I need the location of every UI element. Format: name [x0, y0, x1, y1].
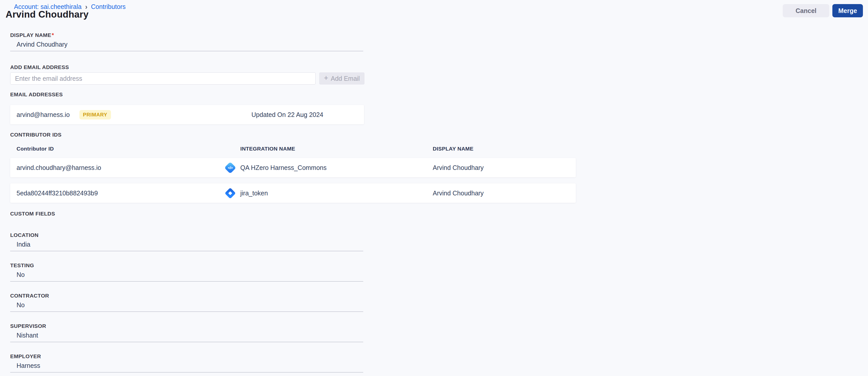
display-name-input[interactable] [10, 40, 363, 51]
location-label: LOCATION [10, 232, 858, 238]
email-list-item: arvind@harness.io PRIMARY Updated On 22 … [10, 105, 364, 124]
contributor-ids-label: CONTRIBUTOR IDS [10, 132, 858, 138]
supervisor-label: SUPERVISOR [10, 323, 858, 329]
primary-badge: PRIMARY [80, 110, 111, 119]
custom-field-supervisor: SUPERVISOR [10, 323, 858, 342]
custom-fields-section: CUSTOM FIELDS LOCATION TESTING CONTRACTO… [10, 210, 858, 372]
code-integration-icon: </> [224, 162, 236, 174]
plus-icon: + [324, 75, 328, 83]
custom-field-employer: EMPLOYER [10, 353, 858, 372]
integration-cell: </> QA HZero Harness_Commons [224, 162, 433, 174]
testing-label: TESTING [10, 262, 858, 269]
email-input[interactable] [10, 73, 316, 85]
contributor-detail-page: Account: sai.cheethirala › Contributors … [0, 0, 868, 376]
updated-on-text: Updated On 22 Aug 2024 [251, 111, 323, 118]
display-name-label-text: DISPLAY NAME [10, 32, 51, 38]
integration-name-text: jira_token [240, 190, 268, 197]
main-content: DISPLAY NAME* ADD EMAIL ADDRESS + Add Em… [10, 0, 858, 372]
jira-icon [224, 187, 236, 199]
testing-input[interactable] [10, 270, 363, 282]
add-email-section: ADD EMAIL ADDRESS + Add Email [10, 64, 858, 85]
contributor-ids-table: Contributor ID INTEGRATION NAME DISPLAY … [10, 146, 576, 203]
table-row: 5eda80244ff3210b882493b9 jira_token Arvi… [10, 183, 576, 203]
column-header-integration-name: INTEGRATION NAME [224, 146, 433, 152]
email-address-text: arvind@harness.io [17, 111, 70, 118]
display-name-cell: Arvind Choudhary [433, 190, 576, 197]
custom-field-location: LOCATION [10, 232, 858, 251]
employer-label: EMPLOYER [10, 353, 858, 360]
column-header-contributor-id: Contributor ID [10, 146, 224, 152]
add-email-label: ADD EMAIL ADDRESS [10, 64, 858, 70]
display-name-cell: Arvind Choudhary [433, 164, 576, 171]
email-addresses-label: EMAIL ADDRESSES [10, 91, 858, 98]
custom-fields-label: CUSTOM FIELDS [10, 210, 858, 217]
custom-field-testing: TESTING [10, 262, 858, 282]
display-name-label: DISPLAY NAME* [10, 32, 858, 38]
add-email-button-label: Add Email [331, 75, 360, 82]
contributor-id-cell: arvind.choudhary@harness.io [10, 164, 224, 171]
email-addresses-section: EMAIL ADDRESSES arvind@harness.io PRIMAR… [10, 91, 858, 124]
integration-cell: jira_token [224, 187, 433, 199]
table-header-row: Contributor ID INTEGRATION NAME DISPLAY … [10, 146, 576, 152]
supervisor-input[interactable] [10, 331, 363, 342]
table-row: arvind.choudhary@harness.io </> QA HZero… [10, 158, 576, 177]
required-asterisk: * [52, 32, 54, 38]
contractor-label: CONTRACTOR [10, 292, 858, 299]
display-name-field-block: DISPLAY NAME* [10, 32, 858, 51]
contributor-id-cell: 5eda80244ff3210b882493b9 [10, 190, 224, 197]
contributor-ids-section: CONTRIBUTOR IDS Contributor ID INTEGRATI… [10, 132, 858, 203]
location-input[interactable] [10, 240, 363, 251]
contractor-input[interactable] [10, 300, 363, 312]
employer-input[interactable] [10, 361, 363, 372]
integration-name-text: QA HZero Harness_Commons [240, 164, 327, 171]
add-email-button[interactable]: + Add Email [319, 73, 365, 85]
custom-field-contractor: CONTRACTOR [10, 292, 858, 312]
column-header-display-name: DISPLAY NAME [433, 146, 576, 152]
